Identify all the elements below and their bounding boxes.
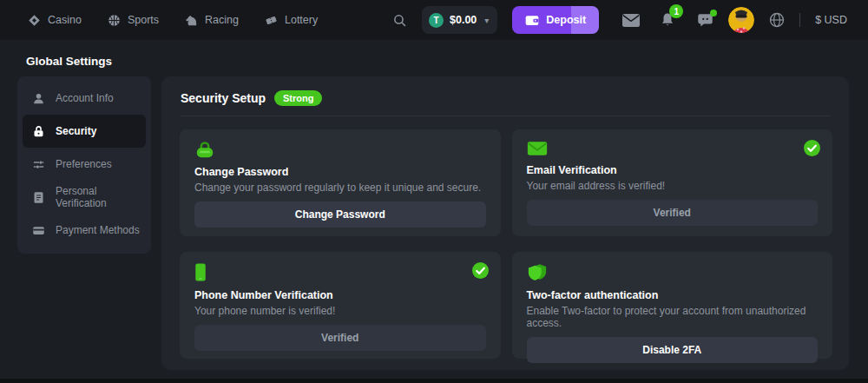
sidebar-item-label: Security [56, 125, 96, 137]
green-shields-icon [527, 263, 819, 281]
verified-check-icon [804, 140, 820, 156]
card-phone-verification: Phone Number Verification Your phone num… [180, 252, 501, 359]
sidebar-item-label: Payment Methods [56, 224, 140, 236]
settings-sidebar: Account Info Security Preferences Person… [17, 76, 151, 254]
sidebar-item-label: Account Info [56, 92, 114, 104]
lock-icon [32, 125, 45, 138]
casino-gem-icon [28, 14, 41, 27]
sidebar-item-preferences[interactable]: Preferences [23, 148, 146, 181]
card-title: Phone Number Verification [194, 289, 486, 301]
sidebar-item-personal-verification[interactable]: Personal Verification [23, 181, 146, 214]
disable-2fa-button[interactable]: Disable 2FA [527, 337, 819, 363]
search-icon[interactable] [392, 13, 407, 28]
sidebar-item-payment-methods[interactable]: Payment Methods [23, 214, 146, 247]
nav-item-label: Racing [205, 14, 239, 26]
card-title: Change Password [194, 166, 486, 178]
nav-item-lottery[interactable]: Lottery [265, 14, 318, 27]
phone-verified-button[interactable]: Verified [194, 325, 486, 351]
nav-item-sports[interactable]: Sports [108, 14, 159, 27]
panel-title: Security Setup [181, 91, 266, 105]
globe-icon[interactable] [769, 12, 785, 28]
green-phone-icon [194, 263, 486, 281]
top-navbar: Casino Sports Racing Lottery T $0.00 [0, 0, 868, 40]
deposit-button[interactable]: Deposit [512, 6, 599, 34]
wallet-icon [525, 14, 539, 26]
sidebar-item-label: Personal Verification [56, 185, 146, 209]
email-verified-button[interactable]: Verified [527, 200, 819, 226]
credit-card-icon [32, 224, 45, 237]
sidebar-item-label: Preferences [56, 158, 112, 170]
balance-selector[interactable]: T $0.00 ▾ [422, 6, 497, 34]
document-icon [32, 191, 45, 204]
security-cards: Change Password Change your password reg… [161, 116, 849, 359]
strength-badge: Strong [274, 90, 322, 106]
green-envelope-icon [527, 141, 819, 156]
person-icon [32, 92, 45, 105]
nav-links: Casino Sports Racing Lottery [0, 14, 318, 27]
avatar[interactable] [728, 7, 754, 33]
ticket-icon [265, 14, 278, 27]
chevron-down-icon: ▾ [484, 16, 489, 25]
card-title: Two-factor authentication [527, 289, 819, 301]
nav-item-label: Sports [128, 14, 159, 26]
sidebar-item-account-info[interactable]: Account Info [23, 82, 146, 115]
currency-selector[interactable]: $ USD [815, 14, 847, 26]
card-change-password: Change Password Change your password reg… [180, 129, 501, 236]
change-password-button[interactable]: Change Password [194, 201, 486, 228]
horse-icon [185, 14, 198, 27]
bottom-edge [0, 379, 868, 383]
page-title: Global Settings [26, 55, 112, 68]
chat-icon[interactable] [697, 12, 713, 28]
nav-right-controls: T $0.00 ▾ Deposit 1 [392, 6, 868, 34]
mail-icon[interactable] [622, 14, 640, 27]
sliders-icon [32, 158, 45, 171]
panel-header: Security Setup Strong [161, 76, 849, 106]
notification-badge: 1 [669, 4, 683, 18]
card-description: Your email address is verified! [527, 180, 819, 192]
tether-icon: T [429, 13, 444, 28]
deposit-label: Deposit [546, 14, 586, 26]
security-setup-panel: Security Setup Strong Change Password Ch… [161, 76, 849, 370]
green-lock-icon [194, 141, 486, 158]
card-description: Change your password regularly to keep i… [194, 182, 486, 194]
nav-item-casino[interactable]: Casino [28, 14, 82, 27]
card-description: Your phone number is verified! [194, 305, 486, 317]
sidebar-item-security[interactable]: Security [23, 115, 146, 148]
basketball-icon [108, 14, 121, 27]
card-email-verification: Email Verification Your email address is… [512, 129, 833, 236]
currency-label: $ USD [815, 14, 847, 26]
chat-online-dot [710, 10, 717, 17]
card-two-factor: Two-factor authentication Enable Two-fac… [512, 252, 833, 359]
bell-icon[interactable]: 1 [660, 12, 675, 28]
nav-item-label: Casino [48, 14, 82, 26]
divider [799, 13, 800, 27]
balance-amount: $0.00 [450, 14, 477, 26]
verified-check-icon [472, 262, 489, 279]
nav-item-label: Lottery [285, 14, 318, 26]
card-title: Email Verification [527, 164, 819, 176]
card-description: Enable Two-factor to protect your accoun… [527, 305, 819, 329]
nav-item-racing[interactable]: Racing [185, 14, 239, 27]
